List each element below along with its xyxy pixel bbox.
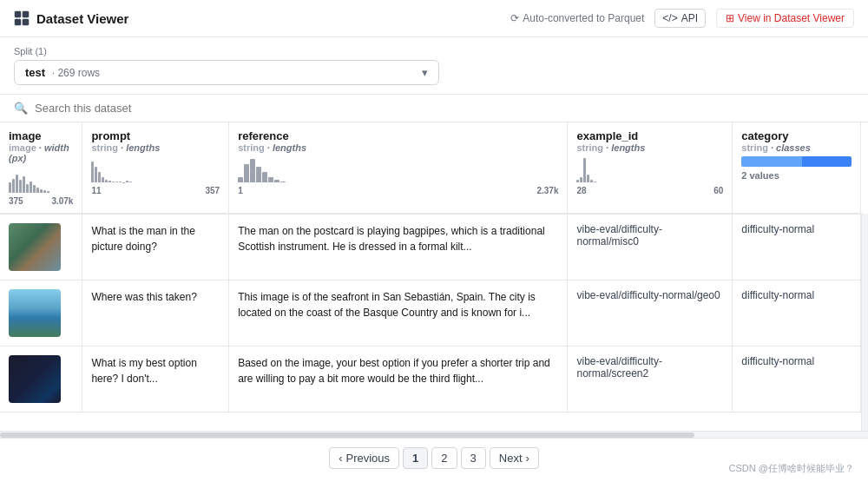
table-wrapper: image image · width (px) xyxy=(0,122,868,431)
split-info: test · 269 rows xyxy=(25,66,100,79)
previous-button[interactable]: ‹ Previous xyxy=(329,447,399,469)
image-thumb-1 xyxy=(9,223,61,271)
category-cell-2: difficulty-normal xyxy=(733,281,861,347)
reference-chart xyxy=(238,156,558,182)
example-id-cell-3: vibe-eval/difficulty-normal/screen2 xyxy=(568,347,733,413)
search-icon: 🔍 xyxy=(14,102,28,115)
chevron-left-icon: ‹ xyxy=(339,452,342,465)
page-1-button[interactable]: 1 xyxy=(403,447,428,469)
chevron-down-icon: ▾ xyxy=(422,66,428,79)
image-thumb-2 xyxy=(9,289,61,337)
header-left: Dataset Viewer xyxy=(14,10,128,26)
prompt-cell-2: Where was this taken? xyxy=(82,281,229,347)
search-input[interactable] xyxy=(35,102,854,115)
next-button[interactable]: Next › xyxy=(490,447,539,469)
example-id-cell-2: vibe-eval/difficulty-normal/geo0 xyxy=(568,281,733,347)
header-right: ⟳ Auto-converted to Parquet </> API ⊞ Vi… xyxy=(510,9,854,28)
svg-rect-2 xyxy=(15,19,21,25)
parquet-icon: ⟳ xyxy=(510,12,519,24)
col-header-image: image image · width (px) xyxy=(0,122,82,214)
chevron-right-icon: › xyxy=(526,452,529,465)
search-section: 🔍 xyxy=(0,95,868,122)
dataset-table: image image · width (px) xyxy=(0,122,868,413)
reference-cell-2: This image is of the seafront in San Seb… xyxy=(229,281,568,347)
col-header-category: category string · classes 2 values xyxy=(733,122,861,214)
split-rows: · 269 rows xyxy=(52,67,100,79)
header-title: Dataset Viewer xyxy=(36,11,128,26)
table-row: What is the man in the picture doing? Th… xyxy=(0,214,868,281)
auto-converted-link[interactable]: ⟳ Auto-converted to Parquet xyxy=(510,12,644,24)
image-chart xyxy=(9,167,73,193)
svg-rect-0 xyxy=(15,11,21,17)
category-cell-1: difficulty-normal xyxy=(733,214,861,281)
category-chart xyxy=(741,156,852,167)
page-2-button[interactable]: 2 xyxy=(431,447,457,469)
category-values-label: 2 values xyxy=(741,170,852,181)
table-header-row: image image · width (px) xyxy=(0,122,868,214)
table-row: Where was this taken? This image is of t… xyxy=(0,281,868,347)
api-button[interactable]: </> API xyxy=(654,9,706,28)
example-id-chart xyxy=(576,156,723,182)
grid-icon: ⊞ xyxy=(726,12,734,24)
view-in-dataset-button[interactable]: ⊞ View in Dataset Viewer xyxy=(716,9,854,28)
watermark: CSDN @任博啥时候能毕业？ xyxy=(729,462,854,475)
h-scrollbar-thumb xyxy=(0,432,694,438)
col-header-example-id: example_id string · lengths 2860 xyxy=(568,122,733,214)
reference-cell-3: Based on the image, your best option if … xyxy=(229,347,568,413)
example-id-cell-1: vibe-eval/difficulty-normal/misc0 xyxy=(568,214,733,281)
table-container[interactable]: image image · width (px) xyxy=(0,122,868,431)
svg-rect-1 xyxy=(23,11,29,17)
prompt-cell-3: What is my best option here? I don't... xyxy=(82,347,229,413)
prompt-cell-1: What is the man in the picture doing? xyxy=(82,214,229,281)
table-row: What is my best option here? I don't... … xyxy=(0,347,868,413)
code-icon: </> xyxy=(662,12,677,24)
reference-cell-1: The man on the postcard is playing bagpi… xyxy=(229,214,568,281)
image-cell-3 xyxy=(0,347,82,413)
split-selector[interactable]: test · 269 rows ▾ xyxy=(14,60,439,85)
page-3-button[interactable]: 3 xyxy=(461,447,486,469)
prompt-chart xyxy=(91,156,220,182)
scrollbar-spacer xyxy=(861,122,869,214)
col-header-prompt: prompt string · lengths xyxy=(82,122,229,214)
image-cell-2 xyxy=(0,281,82,347)
dataset-viewer-icon xyxy=(14,10,30,26)
svg-rect-3 xyxy=(23,19,29,25)
col-header-reference: reference string · lengths xyxy=(229,122,568,214)
image-thumb-3 xyxy=(9,355,61,403)
split-label: Split (1) xyxy=(14,46,854,56)
category-cell-3: difficulty-normal xyxy=(733,347,861,413)
horizontal-scrollbar[interactable] xyxy=(0,431,868,438)
split-section: Split (1) test · 269 rows ▾ xyxy=(0,37,868,95)
header: Dataset Viewer ⟳ Auto-converted to Parqu… xyxy=(0,0,868,37)
image-cell-1 xyxy=(0,214,82,281)
split-name: test xyxy=(25,66,45,79)
